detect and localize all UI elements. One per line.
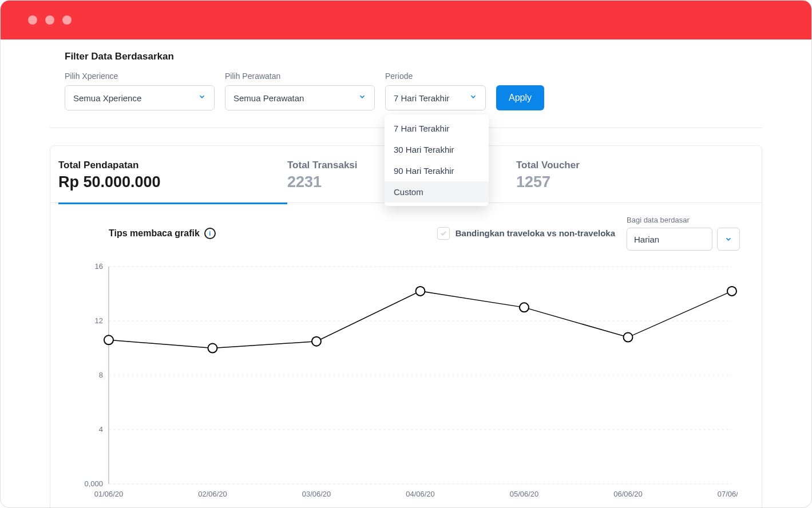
svg-point-11: [104, 335, 113, 344]
svg-text:12: 12: [95, 316, 103, 325]
window-dot: [45, 15, 54, 25]
svg-point-13: [312, 337, 321, 346]
chevron-down-icon: [469, 93, 477, 103]
filter-periode-label: Periode: [385, 72, 486, 81]
chart-controls: Tips membaca grafik i Bandingkan travelo…: [50, 203, 762, 251]
periode-select[interactable]: 7 Hari Terakhir 7 Hari Terakhir 30 Hari …: [385, 85, 486, 110]
periode-option-7hari[interactable]: 7 Hari Terakhir: [385, 118, 489, 139]
filter-perawatan-label: Pilih Perawatan: [225, 72, 375, 81]
app-window: Filter Data Berdasarkan Pilih Xperience …: [0, 0, 812, 508]
perawatan-select-value: Semua Perawatan: [233, 93, 304, 103]
svg-text:05/06/20: 05/06/20: [510, 490, 538, 498]
chevron-down-icon: [358, 93, 366, 103]
svg-text:07/06/20: 07/06/20: [718, 490, 738, 498]
tips-text: Tips membaca grafik: [109, 228, 200, 239]
compare-label: Bandingkan traveloka vs non-traveloka: [455, 228, 615, 238]
titlebar: [1, 1, 811, 39]
bagi-group: Bagi data berdasar Harian: [627, 216, 740, 251]
perawatan-select[interactable]: Semua Perawatan: [225, 85, 375, 110]
compare-toggle[interactable]: Bandingkan traveloka vs non-traveloka: [437, 227, 615, 240]
window-dot: [62, 15, 72, 25]
svg-text:06/06/20: 06/06/20: [613, 490, 642, 498]
content: Filter Data Berdasarkan Pilih Xperience …: [1, 39, 811, 508]
chevron-down-icon: [198, 93, 206, 103]
filter-title: Filter Data Berdasarkan: [65, 51, 747, 62]
filter-card: Filter Data Berdasarkan Pilih Xperience …: [50, 39, 762, 128]
svg-text:02/06/20: 02/06/20: [198, 490, 227, 498]
bagi-label: Bagi data berdasar: [627, 216, 740, 224]
chart-area: 0,00048121601/06/2002/06/2003/06/2004/06…: [50, 251, 762, 508]
svg-text:01/06/20: 01/06/20: [94, 490, 123, 498]
line-chart: 0,00048121601/06/2002/06/2003/06/2004/06…: [74, 261, 738, 507]
svg-point-14: [415, 287, 425, 296]
bagi-row: Harian: [627, 228, 740, 251]
tab-voucher-value: 1257: [516, 173, 745, 191]
svg-text:4: 4: [99, 425, 103, 434]
bagi-dropdown-button[interactable]: [717, 228, 740, 251]
info-icon[interactable]: i: [204, 228, 216, 239]
filter-row: Pilih Xperience Semua Xperience Pilih Pe…: [65, 72, 747, 110]
tips-row: Tips membaca grafik i: [109, 228, 216, 239]
tab-pendapatan[interactable]: Total Pendapatan Rp 50.000.000: [58, 160, 287, 204]
svg-text:16: 16: [95, 262, 103, 271]
filter-xperience-label: Pilih Xperience: [65, 72, 215, 81]
bagi-select-value: Harian: [634, 235, 659, 244]
svg-point-15: [520, 303, 529, 312]
tab-pendapatan-label: Total Pendapatan: [58, 160, 287, 171]
apply-button[interactable]: Apply: [496, 85, 544, 110]
svg-point-12: [208, 344, 217, 353]
tab-voucher[interactable]: Total Voucher 1257: [516, 160, 745, 204]
filter-xperience: Pilih Xperience Semua Xperience: [65, 72, 215, 110]
bagi-select[interactable]: Harian: [627, 228, 712, 251]
tab-voucher-label: Total Voucher: [516, 160, 745, 171]
periode-option-90hari[interactable]: 90 Hari Terakhir: [385, 160, 489, 181]
filter-periode: Periode 7 Hari Terakhir 7 Hari Terakhir …: [385, 72, 486, 110]
xperience-select-value: Semua Xperience: [73, 93, 141, 103]
svg-text:8: 8: [99, 371, 103, 379]
xperience-select[interactable]: Semua Xperience: [65, 85, 215, 110]
filter-perawatan: Pilih Perawatan Semua Perawatan: [225, 72, 375, 110]
svg-text:03/06/20: 03/06/20: [302, 490, 331, 498]
window-dot: [28, 15, 37, 25]
svg-point-16: [624, 333, 633, 342]
periode-option-30hari[interactable]: 30 Hari Terakhir: [385, 139, 489, 160]
svg-point-17: [727, 287, 736, 296]
checkbox-icon: [437, 227, 450, 240]
periode-select-value: 7 Hari Terakhir: [394, 93, 449, 103]
periode-option-custom[interactable]: Custom: [385, 181, 489, 203]
tab-pendapatan-value: Rp 50.000.000: [58, 173, 287, 191]
svg-text:0,000: 0,000: [84, 479, 102, 488]
periode-dropdown: 7 Hari Terakhir 30 Hari Terakhir 90 Hari…: [385, 114, 489, 206]
svg-text:04/06/20: 04/06/20: [406, 490, 434, 498]
